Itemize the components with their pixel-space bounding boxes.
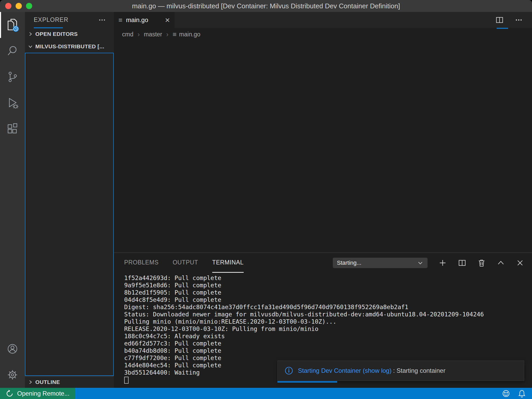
activity-item-settings[interactable]	[0, 362, 25, 388]
sidebar-header: EXPLORER	[25, 12, 114, 28]
activity-item-source-control[interactable]	[0, 64, 25, 90]
editor-progress-bar	[497, 28, 508, 29]
close-window-button[interactable]	[5, 3, 11, 9]
gear-icon	[6, 368, 19, 381]
activity-item-extensions[interactable]	[0, 116, 25, 142]
breadcrumb-file[interactable]: ≡ main.go	[172, 31, 200, 38]
tab-bar: ≡ main.go ×	[114, 12, 532, 28]
editor-content[interactable]	[114, 41, 532, 252]
traffic-lights	[5, 0, 32, 12]
chevron-right-icon: ›	[166, 31, 168, 38]
files-icon	[5, 18, 20, 32]
activity-item-search[interactable]	[0, 38, 25, 64]
chevron-down-icon	[417, 260, 423, 266]
panel-header: PROBLEMS OUTPUT TERMINAL Starting...	[114, 253, 532, 273]
notification-toast[interactable]: Starting Dev Container (show log) : Star…	[277, 361, 524, 381]
window-title: main.go — milvus-distributed [Dev Contai…	[132, 2, 400, 10]
new-terminal-icon[interactable]	[438, 259, 447, 267]
close-panel-icon[interactable]	[516, 259, 524, 267]
breadcrumb: cmd › master › ≡ main.go	[114, 28, 532, 41]
activity-bar	[0, 12, 25, 388]
terminal-cursor	[124, 377, 129, 384]
extensions-icon	[6, 122, 19, 135]
split-editor-icon[interactable]	[495, 16, 504, 24]
tab-label: main.go	[126, 16, 148, 24]
source-control-icon	[6, 70, 19, 83]
activity-item-accounts[interactable]	[0, 336, 25, 362]
section-label: MILVUS-DISTRIBUTED [...	[35, 43, 104, 50]
terminal-line: 04d4c8f5e4d9: Pull complete	[124, 296, 527, 303]
title-bar: main.go — milvus-distributed [Dev Contai…	[0, 0, 532, 12]
feedback-smiley-icon[interactable]	[502, 389, 510, 398]
activity-item-explorer[interactable]	[0, 12, 25, 38]
account-icon	[6, 342, 19, 355]
activity-item-run-debug[interactable]	[0, 90, 25, 116]
chevron-right-icon	[28, 379, 33, 385]
close-tab-icon[interactable]: ×	[165, 16, 170, 24]
terminal-line: b40a74db8d08: Pull complete	[124, 347, 527, 354]
terminal-line: Digest: sha256:54adc8074c41ae37d0ffcc1fa…	[124, 303, 527, 311]
tab-output[interactable]: OUTPUT	[173, 253, 198, 273]
remote-indicator-label: Opening Remote...	[17, 390, 69, 397]
tab-main-go[interactable]: ≡ main.go ×	[114, 12, 175, 28]
status-bar-right	[502, 389, 532, 398]
tab-terminal[interactable]: TERMINAL	[212, 253, 244, 273]
section-outline[interactable]: OUTLINE	[25, 376, 114, 388]
kill-terminal-trash-icon[interactable]	[477, 258, 486, 267]
maximize-panel-chevron-up-icon[interactable]	[497, 259, 505, 267]
chevron-down-icon	[28, 44, 33, 49]
editor-group: ≡ main.go ×	[114, 12, 532, 388]
editor-actions	[495, 12, 532, 28]
terminal-line: ed66f2d577c3: Pull complete	[124, 340, 527, 347]
go-file-icon: ≡	[118, 17, 122, 23]
section-open-editors[interactable]: OPEN EDITORS	[25, 28, 114, 40]
terminal-line: Status: Downloaded newer image for milvu…	[124, 311, 527, 318]
notification-link[interactable]: Starting Dev Container (show log)	[298, 367, 391, 374]
terminal-line: 1f52a442693d: Pull complete	[124, 274, 527, 282]
breadcrumb-master[interactable]: master	[144, 31, 162, 38]
sync-spinner-icon	[6, 390, 14, 397]
panel-tabs: PROBLEMS OUTPUT TERMINAL	[124, 253, 244, 273]
zoom-window-button[interactable]	[26, 3, 32, 9]
terminal-picker[interactable]: Starting...	[333, 258, 428, 268]
section-workspace[interactable]: MILVUS-DISTRIBUTED [...	[25, 40, 114, 53]
explorer-progress-bar	[34, 27, 63, 28]
run-debug-icon	[6, 96, 19, 109]
minimize-window-button[interactable]	[16, 3, 22, 9]
terminal-controls: Starting...	[333, 258, 524, 268]
vscode-window: main.go — milvus-distributed [Dev Contai…	[0, 0, 532, 399]
more-actions-icon[interactable]	[514, 16, 523, 24]
go-file-icon: ≡	[172, 31, 176, 38]
section-label: OUTLINE	[35, 379, 60, 385]
terminal-line: Pulling minio (minio/minio:RELEASE.2020-…	[124, 318, 527, 325]
notification-progress-bar	[277, 381, 337, 383]
tab-problems[interactable]: PROBLEMS	[124, 253, 159, 273]
sidebar-title: EXPLORER	[34, 16, 68, 23]
terminal-line: 8b12ed1f5905: Pull complete	[124, 289, 527, 296]
chevron-right-icon	[28, 31, 33, 37]
search-icon	[6, 44, 19, 57]
info-icon	[284, 366, 293, 375]
terminal-picker-value: Starting...	[337, 260, 361, 266]
workbench: EXPLORER OPEN EDITORS MILVUS-DISTRIB	[0, 12, 532, 388]
terminal-line: RELEASE.2020-12-03T00-03-10Z: Pulling fr…	[124, 325, 527, 332]
terminal-line: 9a9f5e51e8d6: Pull complete	[124, 282, 527, 289]
terminal-line: 188c0c94c7c5: Already exists	[124, 332, 527, 340]
status-bar: Opening Remote...	[0, 388, 532, 399]
chevron-right-icon: ›	[137, 31, 139, 38]
section-label: OPEN EDITORS	[35, 31, 78, 37]
file-tree[interactable]	[25, 53, 114, 376]
sidebar-more-actions-icon[interactable]	[98, 16, 106, 24]
remote-indicator[interactable]: Opening Remote...	[0, 388, 75, 399]
notifications-bell-icon[interactable]	[518, 389, 526, 398]
breadcrumb-cmd[interactable]: cmd	[122, 31, 133, 38]
notification-message: : Starting container	[393, 367, 445, 374]
sidebar-explorer: EXPLORER OPEN EDITORS MILVUS-DISTRIB	[25, 12, 114, 388]
split-terminal-icon[interactable]	[458, 258, 467, 267]
